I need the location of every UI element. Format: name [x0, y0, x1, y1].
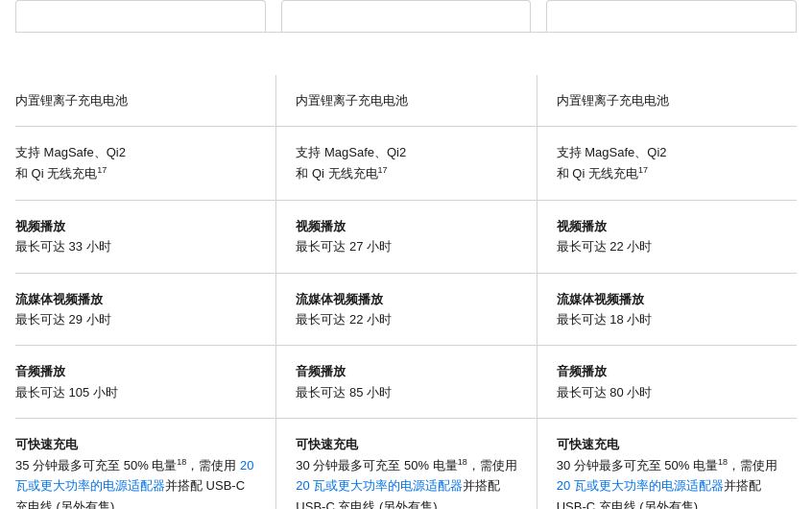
- footnote-sup: 17: [638, 165, 648, 175]
- spec-line-r3-c2-l1: 最长可达 18 小时: [557, 309, 777, 329]
- fast-charge-text-part-3: ，需使用: [186, 458, 240, 473]
- cell-r0-c1: 内置锂离子充电电池: [275, 75, 536, 126]
- cell-r4-c2: 音频播放最长可达 80 小时: [537, 346, 797, 418]
- cell-r3-c1: 流媒体视频播放最长可达 22 小时: [275, 274, 536, 346]
- cell-r2-c1: 视频播放最长可达 27 小时: [275, 201, 536, 273]
- spec-line-r3-c0-l0: 流媒体视频播放: [15, 289, 256, 309]
- cell-r2-c2: 视频播放最长可达 22 小时: [537, 201, 797, 273]
- cell-r5-c2: 可快速充电30 分钟最多可充至 50% 电量18，需使用 20 瓦或更大功率的电…: [537, 419, 797, 509]
- footnote-sup: 18: [718, 457, 728, 467]
- spec-line-r4-c0-l0: 音频播放: [15, 361, 256, 381]
- cell-r5-c0: 可快速充电35 分钟最多可充至 50% 电量18，需使用 20 瓦或更大功率的电…: [15, 419, 275, 509]
- comparison-row-2: 视频播放最长可达 33 小时视频播放最长可达 27 小时视频播放最长可达 22 …: [15, 200, 797, 273]
- spec-line-r1-c0-l0: 支持 MagSafe、Qi2: [15, 142, 256, 162]
- fast-charge-text-part-3: ，需使用: [467, 458, 517, 473]
- spec-line-r4-c1-l1: 最长可达 85 小时: [296, 382, 516, 402]
- spec-line-r0-c2-l0: 内置锂离子充电电池: [557, 90, 777, 110]
- spec-line-r1-c2-l1: 和 Qi 无线充电17: [557, 163, 777, 184]
- fast-charge-link[interactable]: 20 瓦或更大功率的电源适配器: [296, 478, 463, 493]
- spec-line-r2-c1-l0: 视频播放: [296, 216, 516, 236]
- cell-r5-c1: 可快速充电30 分钟最多可充至 50% 电量18，需使用 20 瓦或更大功率的电…: [275, 419, 536, 509]
- fast-charge-label: 可快速充电: [557, 437, 619, 451]
- selector-row: [15, 0, 797, 33]
- fast-charge-text-part-1: 30 分钟最多可充至 50% 电量: [296, 458, 457, 473]
- fast-charge-text-part-1: 30 分钟最多可充至 50% 电量: [557, 458, 718, 473]
- fast-charge-label: 可快速充电: [15, 437, 78, 451]
- spec-line-r2-c0-l0: 视频播放: [15, 216, 256, 236]
- comparison-row-5: 可快速充电35 分钟最多可充至 50% 电量18，需使用 20 瓦或更大功率的电…: [15, 418, 797, 509]
- spec-line-r4-c1-l0: 音频播放: [296, 361, 516, 381]
- comparison-row-1: 支持 MagSafe、Qi2和 Qi 无线充电17支持 MagSafe、Qi2和…: [15, 126, 797, 199]
- footnote-sup: 18: [458, 457, 467, 467]
- selector-iphone-16-pro[interactable]: [281, 0, 532, 32]
- cell-r4-c1: 音频播放最长可达 85 小时: [275, 346, 536, 418]
- comparison-row-3: 流媒体视频播放最长可达 29 小时流媒体视频播放最长可达 22 小时流媒体视频播…: [15, 273, 797, 346]
- cell-r3-c0: 流媒体视频播放最长可达 29 小时: [15, 274, 275, 346]
- spec-line-r2-c1-l1: 最长可达 27 小时: [296, 236, 516, 256]
- spec-line-r2-c2-l1: 最长可达 22 小时: [557, 236, 777, 256]
- spec-line-r3-c1-l1: 最长可达 22 小时: [296, 309, 516, 329]
- comparison-table: 内置锂离子充电电池内置锂离子充电电池内置锂离子充电电池支持 MagSafe、Qi…: [15, 75, 797, 509]
- fast-charge-text-part-3: ，需使用: [728, 458, 777, 473]
- spec-line-r1-c1-l1: 和 Qi 无线充电17: [296, 163, 516, 184]
- spec-line-r2-c2-l0: 视频播放: [557, 216, 777, 236]
- cell-r1-c0: 支持 MagSafe、Qi2和 Qi 无线充电17: [15, 127, 275, 199]
- fast-charge-link[interactable]: 20 瓦或更大功率的电源适配器: [557, 478, 724, 493]
- cell-r1-c2: 支持 MagSafe、Qi2和 Qi 无线充电17: [537, 127, 797, 199]
- spec-line-r1-c0-l1: 和 Qi 无线充电17: [15, 163, 256, 184]
- spec-line-r0-c0-l0: 内置锂离子充电电池: [15, 90, 256, 110]
- spec-line-r1-c1-l0: 支持 MagSafe、Qi2: [296, 142, 516, 162]
- spec-line-r4-c0-l1: 最长可达 105 小时: [15, 382, 256, 402]
- comparison-row-4: 音频播放最长可达 105 小时音频播放最长可达 85 小时音频播放最长可达 80…: [15, 345, 797, 418]
- comparison-row-0: 内置锂离子充电电池内置锂离子充电电池内置锂离子充电电池: [15, 75, 797, 126]
- spec-line-r2-c0-l1: 最长可达 33 小时: [15, 236, 256, 256]
- footnote-sup: 18: [177, 457, 186, 467]
- spec-line-r4-c2-l0: 音频播放: [557, 361, 777, 381]
- cell-r1-c1: 支持 MagSafe、Qi2和 Qi 无线充电17: [275, 127, 536, 199]
- spec-line-r1-c2-l0: 支持 MagSafe、Qi2: [557, 142, 777, 162]
- fast-charge-label: 可快速充电: [296, 437, 358, 451]
- selector-iphone-16[interactable]: [546, 0, 797, 32]
- spec-line-r3-c2-l0: 流媒体视频播放: [557, 289, 777, 309]
- footnote-sup: 17: [378, 165, 388, 175]
- selector-iphone-16-pro-max[interactable]: [15, 0, 266, 32]
- section-heading: [15, 33, 797, 75]
- spec-line-r3-c0-l1: 最长可达 29 小时: [15, 309, 256, 329]
- cell-r4-c0: 音频播放最长可达 105 小时: [15, 346, 275, 418]
- cell-r0-c2: 内置锂离子充电电池: [537, 75, 797, 126]
- cell-r0-c0: 内置锂离子充电电池: [15, 75, 275, 126]
- fast-charge-text-c1: 可快速充电30 分钟最多可充至 50% 电量18，需使用 20 瓦或更大功率的电…: [296, 434, 516, 509]
- spec-line-r0-c1-l0: 内置锂离子充电电池: [296, 90, 516, 110]
- spec-line-r3-c1-l0: 流媒体视频播放: [296, 289, 516, 309]
- page-wrapper: 内置锂离子充电电池内置锂离子充电电池内置锂离子充电电池支持 MagSafe、Qi…: [0, 0, 812, 509]
- cell-r2-c0: 视频播放最长可达 33 小时: [15, 201, 275, 273]
- fast-charge-text-c2: 可快速充电30 分钟最多可充至 50% 电量18，需使用 20 瓦或更大功率的电…: [557, 434, 777, 509]
- fast-charge-text-part-1: 35 分钟最多可充至 50% 电量: [15, 458, 177, 473]
- fast-charge-text-c0: 可快速充电35 分钟最多可充至 50% 电量18，需使用 20 瓦或更大功率的电…: [15, 434, 256, 509]
- cell-r3-c2: 流媒体视频播放最长可达 18 小时: [537, 274, 797, 346]
- spec-line-r4-c2-l1: 最长可达 80 小时: [557, 382, 777, 402]
- footnote-sup: 17: [97, 165, 107, 175]
